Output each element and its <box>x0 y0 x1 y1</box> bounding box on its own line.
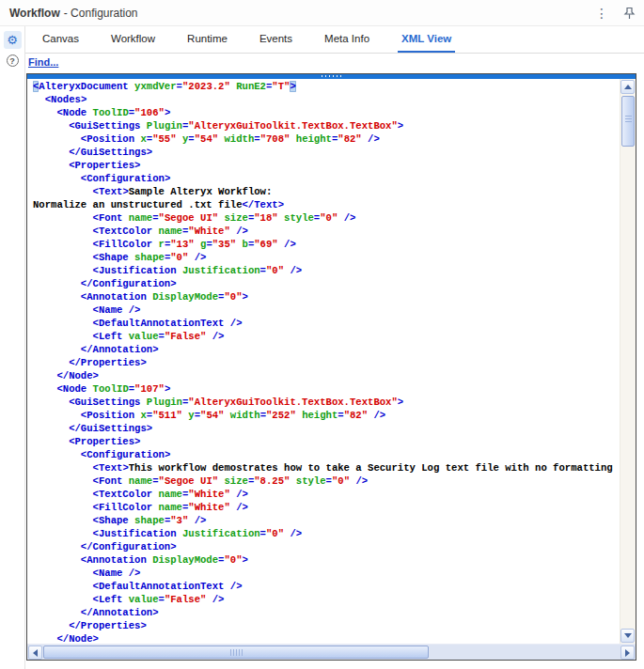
xml-line: <FillColor name="White" /> <box>33 501 620 514</box>
xml-line: <DefaultAnnotationText /> <box>33 317 620 330</box>
scroll-left-button[interactable] <box>28 646 42 660</box>
xml-line: <Position x="511" y="54" width="252" hei… <box>33 409 620 422</box>
find-link[interactable]: Find... <box>28 56 58 68</box>
xml-line: <Annotation DisplayMode="0"> <box>33 290 620 303</box>
xml-line: <FillColor r="13" g="35" b="69" /> <box>33 238 620 251</box>
xml-line: </Properties> <box>33 619 620 632</box>
tab-bar: CanvasWorkflowRuntimeEventsMeta InfoXML … <box>25 26 644 54</box>
splitter-grip-icon <box>322 75 341 77</box>
xml-line: <Nodes> <box>33 93 620 106</box>
arrow-left-icon <box>33 649 38 657</box>
xml-line: <DefaultAnnotationText /> <box>33 580 620 593</box>
xml-line: <TextColor name="White" /> <box>33 225 620 238</box>
help-icon[interactable]: ? <box>7 54 19 67</box>
xml-line: </Properties> <box>33 356 620 369</box>
xml-line: <Configuration> <box>33 172 620 185</box>
xml-line: <Node ToolID="106"> <box>33 106 620 119</box>
horizontal-scrollbar[interactable] <box>27 644 636 660</box>
xml-line: </Annotation> <box>33 606 620 619</box>
xml-line: <Text>Sample Alteryx Workflow: <box>33 185 620 198</box>
kebab-menu-icon[interactable]: ⋮ <box>595 7 608 20</box>
scroll-up-button[interactable] <box>620 80 635 94</box>
panel-header: Workflow - Configuration ⋮ <box>0 0 644 26</box>
vertical-scrollbar[interactable] <box>620 79 636 644</box>
xml-line: <Justification Justification="0" /> <box>33 527 620 540</box>
thumb-grip-icon <box>230 649 243 656</box>
left-toolbar: ⚙ ? <box>0 26 25 669</box>
xml-line: </Configuration> <box>33 540 620 553</box>
xml-line: <Name /> <box>33 303 620 317</box>
xml-line: </GuiSettings> <box>33 422 620 435</box>
tab-xml-view[interactable]: XML View <box>398 26 455 53</box>
xml-line: <Configuration> <box>33 448 620 461</box>
xml-line: <Justification Justification="0" /> <box>33 264 620 277</box>
tab-workflow[interactable]: Workflow <box>107 26 159 53</box>
xml-line: <Font name="Segoe UI" size="8.25" style=… <box>33 475 620 488</box>
tab-runtime[interactable]: Runtime <box>183 26 231 53</box>
xml-line: </GuiSettings> <box>33 146 620 159</box>
thumb-grip-icon <box>625 116 632 124</box>
pin-icon[interactable] <box>621 6 636 21</box>
vertical-scroll-thumb[interactable] <box>621 96 635 147</box>
xml-editor[interactable]: <AlteryxDocument yxmdVer="2023.2" RunE2=… <box>26 73 636 661</box>
xml-line: <GuiSettings Plugin="AlteryxGuiToolkit.T… <box>33 396 620 409</box>
xml-line: </Node> <box>33 369 620 382</box>
tab-meta-info[interactable]: Meta Info <box>321 26 373 53</box>
xml-line: <Properties> <box>33 159 620 172</box>
arrow-up-icon <box>624 85 632 89</box>
xml-line: <Name /> <box>33 567 620 580</box>
panel-title: Workflow <box>9 7 60 20</box>
xml-line: <Properties> <box>33 435 620 448</box>
xml-line: <TextColor name="White" /> <box>33 488 620 501</box>
xml-code-view[interactable]: <AlteryxDocument yxmdVer="2023.2" RunE2=… <box>27 79 620 644</box>
xml-line: </Annotation> <box>33 343 620 356</box>
panel-subtitle: - Configuration <box>64 7 138 20</box>
xml-line: <Position x="55" y="54" width="708" heig… <box>33 132 620 146</box>
xml-line: <Shape shape="3" /> <box>33 514 620 527</box>
xml-line: <Text>This workflow demostrates how to t… <box>33 461 620 475</box>
arrow-right-icon <box>625 649 630 657</box>
xml-line: <Annotation DisplayMode="0"> <box>33 553 620 567</box>
xml-line: Normalize an unstructured .txt file</Tex… <box>33 198 620 211</box>
tab-canvas[interactable]: Canvas <box>39 26 83 53</box>
xml-line: <AlteryxDocument yxmdVer="2023.2" RunE2=… <box>33 80 620 93</box>
xml-line: </Node> <box>33 632 620 644</box>
xml-line: <Font name="Segoe UI" size="18" style="0… <box>33 211 620 225</box>
xml-line: <Node ToolID="107"> <box>33 382 620 396</box>
tab-events[interactable]: Events <box>256 26 296 53</box>
scroll-right-button[interactable] <box>620 646 635 660</box>
arrow-down-icon <box>624 633 632 638</box>
horizontal-scroll-thumb[interactable] <box>43 646 429 659</box>
xml-line: <Left value="False" /> <box>33 593 620 606</box>
xml-line: <GuiSettings Plugin="AlteryxGuiToolkit.T… <box>33 119 620 132</box>
scroll-down-button[interactable] <box>620 629 635 643</box>
gear-icon[interactable]: ⚙ <box>4 31 22 49</box>
xml-line: <Shape shape="0" /> <box>33 251 620 264</box>
xml-line: <Left value="False" /> <box>33 330 620 343</box>
xml-line: </Configuration> <box>33 277 620 290</box>
